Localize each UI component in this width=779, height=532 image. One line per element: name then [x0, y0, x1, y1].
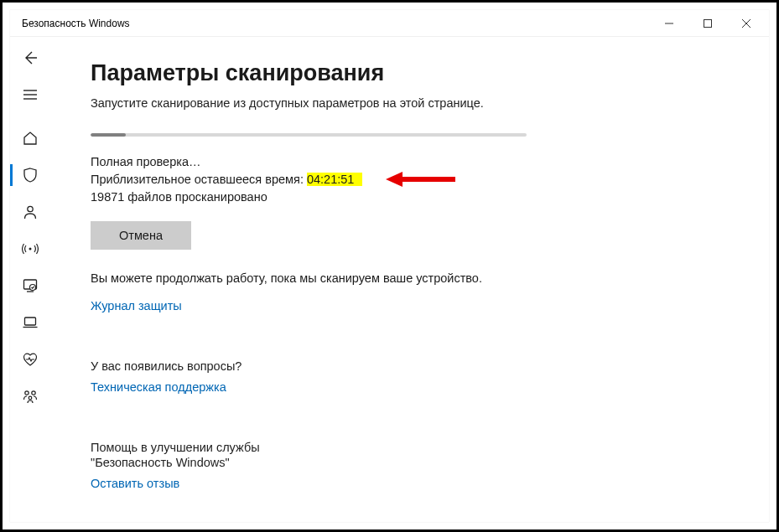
person-icon — [22, 204, 39, 220]
back-button[interactable] — [10, 40, 50, 75]
sidebar — [10, 37, 50, 522]
sidebar-item-family[interactable] — [10, 379, 50, 414]
app-control-icon — [22, 277, 39, 294]
feedback-heading-2: "Безопасность Windows" — [91, 456, 729, 469]
red-arrow-icon — [384, 168, 460, 190]
feedback-heading-1: Помощь в улучшении службы — [91, 441, 729, 454]
scan-files-suffix: файлов просканировано — [124, 190, 267, 204]
svg-marker-18 — [386, 172, 402, 187]
svg-point-14 — [25, 391, 29, 395]
cancel-button[interactable]: Отмена — [91, 221, 191, 250]
maximize-icon — [704, 19, 712, 28]
svg-point-16 — [29, 396, 32, 400]
scan-status-block: Полная проверка… Приблизительное оставше… — [91, 153, 729, 206]
help-section: У вас появились вопросы? Техническая под… — [91, 359, 729, 395]
page-subtitle: Запустите сканирование из доступных пара… — [91, 96, 729, 110]
svg-rect-12 — [25, 318, 36, 325]
titlebar: Безопасность Windows — [10, 10, 769, 37]
sidebar-item-performance[interactable] — [10, 342, 50, 377]
svg-point-7 — [28, 206, 33, 211]
sidebar-item-home[interactable] — [10, 121, 50, 156]
scan-note: Вы можете продолжать работу, пока мы ска… — [91, 271, 729, 285]
hamburger-icon — [22, 86, 39, 103]
sidebar-item-device-security[interactable] — [10, 305, 50, 340]
scan-progress-thumb — [91, 133, 126, 137]
minimize-icon — [665, 19, 673, 28]
svg-point-15 — [32, 391, 35, 395]
close-icon — [742, 19, 750, 28]
leave-feedback-link[interactable]: Оставить отзыв — [91, 477, 179, 490]
window-title: Безопасность Windows — [22, 18, 650, 29]
help-heading: У вас появились вопросы? — [91, 359, 729, 373]
close-button[interactable] — [727, 11, 766, 36]
home-icon — [22, 130, 39, 147]
sidebar-item-app-control[interactable] — [10, 268, 50, 303]
sidebar-item-virus-protection[interactable] — [10, 158, 50, 193]
scan-files-line: 19871 файлов просканировано — [91, 189, 729, 206]
app-window: Безопасность Windows — [10, 10, 769, 522]
scan-status-label: Полная проверка… — [91, 153, 729, 171]
sidebar-item-account[interactable] — [10, 194, 50, 230]
menu-button[interactable] — [10, 77, 50, 112]
minimize-button[interactable] — [650, 11, 688, 36]
scan-files-count: 19871 — [91, 190, 124, 204]
window-controls — [650, 11, 766, 36]
svg-point-8 — [29, 248, 32, 251]
back-arrow-icon — [22, 49, 39, 66]
feedback-section: Помощь в улучшении службы "Безопасность … — [91, 441, 729, 491]
protection-history-link[interactable]: Журнал защиты — [91, 299, 182, 312]
annotation-arrow — [384, 168, 460, 190]
maximize-button[interactable] — [688, 11, 727, 36]
network-icon — [22, 240, 39, 257]
family-icon — [22, 388, 39, 405]
scan-time-label: Приблизительное оставшееся время: — [91, 173, 307, 186]
scan-time-line: Приблизительное оставшееся время: 04:21:… — [91, 171, 729, 189]
tech-support-link[interactable]: Техническая поддержка — [91, 380, 226, 394]
shield-icon — [22, 167, 39, 183]
svg-rect-1 — [704, 19, 712, 27]
scan-progress-bar — [91, 133, 527, 137]
scan-time-value: 04:21:51 — [307, 173, 362, 186]
main-content: Параметры сканирования Запустите сканиро… — [50, 37, 769, 522]
laptop-icon — [22, 314, 39, 331]
heart-pulse-icon — [22, 351, 39, 368]
sidebar-item-firewall[interactable] — [10, 231, 50, 266]
page-title: Параметры сканирования — [91, 60, 729, 86]
